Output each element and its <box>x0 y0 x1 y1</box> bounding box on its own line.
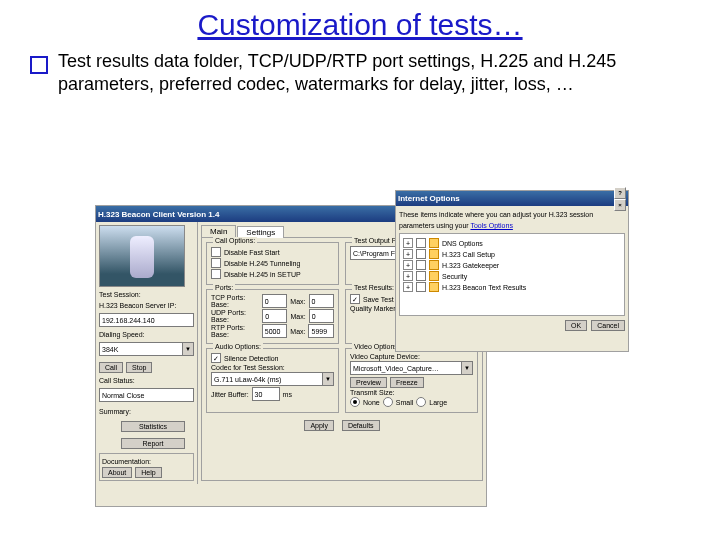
call-button[interactable]: Call <box>99 362 123 373</box>
udp-ports-row: UDP Ports: Base: 0 Max: 0 <box>211 309 334 323</box>
chk-silence[interactable]: ✓Silence Detection <box>211 353 334 363</box>
ports-group: Ports: TCP Ports: Base: 0 Max: 0 UDP Por… <box>206 289 339 344</box>
folder-icon <box>429 260 439 270</box>
udp-max-input[interactable]: 0 <box>309 309 334 323</box>
rtp-base-input[interactable]: 5000 <box>262 324 288 338</box>
help-button[interactable]: Help <box>135 467 161 478</box>
checkbox-icon: ✓ <box>211 353 221 363</box>
tree-item[interactable]: +H.323 Gatekeeper <box>403 260 621 270</box>
app-logo-image <box>99 225 185 287</box>
folder-icon <box>429 271 439 281</box>
codec-value: G.711 uLaw-64k (ms) <box>211 372 323 386</box>
server-ip-input[interactable]: 192.168.244.140 <box>99 313 194 327</box>
options-titlebar[interactable]: Internet Options ? × <box>396 191 628 206</box>
video-device-select[interactable]: Microsoft_Video_Capture… ▼ <box>350 361 473 375</box>
checkbox-icon[interactable] <box>416 271 426 281</box>
row-label: RTP Ports: Base: <box>211 324 259 338</box>
close-icon[interactable]: × <box>614 199 626 211</box>
bullet-row: Test results data folder, TCP/UDP/RTP po… <box>0 42 720 97</box>
chk-label: Silence Detection <box>224 355 278 362</box>
server-ip-label: H.323 Beacon Server IP: <box>99 302 194 309</box>
chevron-down-icon[interactable]: ▼ <box>323 372 334 386</box>
slide-title: Customization of tests… <box>0 0 720 42</box>
row-label: TCP Ports: Base: <box>211 294 259 308</box>
options-hint-1: These items indicate where you can adjus… <box>399 211 625 218</box>
tcp-base-input[interactable]: 0 <box>262 294 288 308</box>
tab-main[interactable]: Main <box>201 225 236 237</box>
max-label: Max: <box>290 328 305 335</box>
ok-button[interactable]: OK <box>565 320 587 331</box>
checkbox-icon[interactable] <box>416 260 426 270</box>
stop-button[interactable]: Stop <box>126 362 152 373</box>
checkbox-icon[interactable] <box>416 238 426 248</box>
expand-icon[interactable]: + <box>403 249 413 259</box>
checkbox-icon[interactable] <box>416 249 426 259</box>
radio-small[interactable] <box>383 397 393 407</box>
tree-item[interactable]: +DNS Options <box>403 238 621 248</box>
dialing-speed-select[interactable]: 384K ▼ <box>99 342 194 356</box>
radio-large[interactable] <box>416 397 426 407</box>
freeze-button[interactable]: Freeze <box>390 377 424 388</box>
chevron-down-icon[interactable]: ▼ <box>462 361 473 375</box>
tree-item[interactable]: +H.323 Beacon Text Results <box>403 282 621 292</box>
rtp-max-input[interactable]: 5999 <box>308 324 334 338</box>
sidebar: Test Session: H.323 Beacon Server IP: 19… <box>96 222 198 484</box>
tree-item[interactable]: +Security <box>403 271 621 281</box>
tree-label: DNS Options <box>442 240 483 247</box>
expand-icon[interactable]: + <box>403 260 413 270</box>
ports-legend: Ports: <box>213 284 235 291</box>
video-device-label: Video Capture Device: <box>350 353 473 360</box>
codec-select[interactable]: G.711 uLaw-64k (ms) ▼ <box>211 372 334 386</box>
dialing-speed-label: Dialing Speed: <box>99 331 194 338</box>
jitter-label: Jitter Buffer: <box>211 391 249 398</box>
cancel-button[interactable]: Cancel <box>591 320 625 331</box>
expand-icon[interactable]: + <box>403 271 413 281</box>
jitter-unit: ms <box>283 391 292 398</box>
about-button[interactable]: About <box>102 467 132 478</box>
radio-label: Large <box>429 399 447 406</box>
checkbox-icon: ✓ <box>350 294 360 304</box>
options-tree[interactable]: +DNS Options +H.323 Call Setup +H.323 Ga… <box>399 233 625 316</box>
help-icon[interactable]: ? <box>614 187 626 199</box>
folder-icon <box>429 282 439 292</box>
chevron-down-icon[interactable]: ▼ <box>183 342 194 356</box>
hint-prefix: parameters using your <box>399 222 470 229</box>
expand-icon[interactable]: + <box>403 238 413 248</box>
tree-label: H.323 Gatekeeper <box>442 262 499 269</box>
tools-options-link[interactable]: Tools Options <box>470 222 512 229</box>
call-status-value: Normal Close <box>99 388 194 402</box>
report-button[interactable]: Report <box>121 438 185 449</box>
audio-options-legend: Audio Options: <box>213 343 263 350</box>
expand-icon[interactable]: + <box>403 282 413 292</box>
chk-label: Disable H.245 in SETUP <box>224 271 301 278</box>
test-results-legend: Test Results: <box>352 284 396 291</box>
radio-none[interactable] <box>350 397 360 407</box>
chk-h245-tunnel[interactable]: Disable H.245 Tunneling <box>211 258 334 268</box>
defaults-button[interactable]: Defaults <box>342 420 380 431</box>
call-status-label: Call Status: <box>99 377 194 384</box>
summary-label: Summary: <box>99 408 194 415</box>
rtp-ports-row: RTP Ports: Base: 5000 Max: 5999 <box>211 324 334 338</box>
call-options-group: Call Options: Disable Fast Start Disable… <box>206 242 339 285</box>
chk-h245-setup[interactable]: Disable H.245 in SETUP <box>211 269 334 279</box>
statistics-button[interactable]: Statistics <box>121 421 185 432</box>
udp-base-input[interactable]: 0 <box>262 309 287 323</box>
tree-item[interactable]: +H.323 Call Setup <box>403 249 621 259</box>
folder-icon <box>429 249 439 259</box>
chk-label: Disable H.245 Tunneling <box>224 260 300 267</box>
documentation-label: Documentation: <box>102 458 191 465</box>
options-title: Internet Options <box>398 194 460 203</box>
checkbox-icon[interactable] <box>416 282 426 292</box>
apply-button[interactable]: Apply <box>304 420 334 431</box>
call-options-legend: Call Options: <box>213 237 257 244</box>
row-label: UDP Ports: Base: <box>211 309 259 323</box>
tree-label: H.323 Beacon Text Results <box>442 284 526 291</box>
codec-label: Codec for Test Session: <box>211 364 334 371</box>
tcp-max-input[interactable]: 0 <box>309 294 335 308</box>
audio-options-group: Audio Options: ✓Silence Detection Codec … <box>206 348 339 413</box>
test-session-label: Test Session: <box>99 291 194 298</box>
preview-button[interactable]: Preview <box>350 377 387 388</box>
jitter-input[interactable]: 30 <box>252 387 280 401</box>
chk-fast-start[interactable]: Disable Fast Start <box>211 247 334 257</box>
folder-icon <box>429 238 439 248</box>
